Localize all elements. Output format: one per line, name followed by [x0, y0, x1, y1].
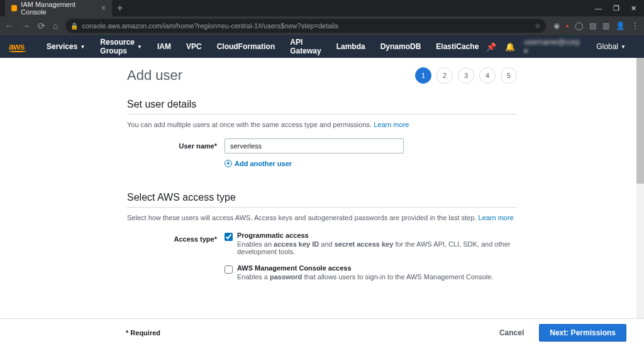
nav-vpc[interactable]: VPC	[179, 42, 209, 51]
step-4[interactable]: 4	[479, 67, 496, 84]
console-access-checkbox[interactable]	[225, 265, 233, 274]
username-input[interactable]	[225, 138, 404, 153]
step-1[interactable]: 1	[415, 67, 431, 84]
wizard-steps: 1 2 3 4 5	[415, 67, 517, 84]
window-close-icon[interactable]: ✕	[631, 4, 636, 13]
bell-icon[interactable]: 🔔	[505, 42, 515, 52]
plus-circle-icon: +	[225, 160, 232, 167]
url-text: console.aws.amazon.com/iam/home?region=e…	[82, 22, 338, 30]
pin-icon[interactable]: 📌	[486, 42, 496, 52]
section-user-details-title: Set user details	[127, 99, 517, 110]
divider	[127, 114, 517, 114]
next-permissions-button[interactable]: Next: Permissions	[539, 324, 626, 342]
tab-favicon	[11, 5, 17, 11]
programmatic-access-desc: Enables an access key ID and secret acce…	[237, 240, 510, 255]
chevron-down-icon: ▼	[80, 44, 85, 50]
step-2[interactable]: 2	[436, 67, 453, 84]
access-type-label: Access type*	[127, 232, 225, 289]
browser-toolbar: ← → ⟳ ⌂ 🔒 console.aws.amazon.com/iam/hom…	[0, 16, 644, 35]
nav-apigateway[interactable]: API Gateway	[282, 38, 328, 55]
tab-close-icon[interactable]: ×	[101, 4, 106, 13]
account-menu[interactable]: username@corp ▾	[524, 38, 580, 55]
learn-more-link[interactable]: Learn more	[478, 214, 513, 221]
reload-icon[interactable]: ⟳	[38, 21, 45, 31]
console-access-title: AWS Management Console access	[237, 264, 517, 272]
menu-icon[interactable]: ⋮	[631, 21, 639, 30]
divider	[127, 207, 517, 208]
action-bar: * Required Cancel Next: Permissions	[0, 318, 644, 346]
home-icon[interactable]: ⌂	[53, 21, 58, 31]
browser-tab[interactable]: IAM Management Console ×	[5, 0, 112, 19]
aws-header: aws Services▼ Resource Groups▼ IAM VPC C…	[0, 35, 644, 58]
browser-tab-strip: IAM Management Console × + — ❐ ✕	[0, 0, 644, 16]
step-3[interactable]: 3	[458, 67, 474, 84]
section-access-title: Select AWS access type	[127, 192, 517, 203]
region-menu[interactable]: Global▼	[589, 42, 633, 51]
nav-elasticache[interactable]: ElastiCache	[428, 42, 486, 51]
nav-cloudformation[interactable]: CloudFormation	[209, 42, 283, 51]
window-minimize-icon[interactable]: —	[595, 4, 602, 13]
extension-icon[interactable]: ◉	[553, 21, 560, 30]
extension-icon[interactable]: ◯	[575, 21, 583, 30]
cancel-button[interactable]: Cancel	[491, 325, 533, 341]
lock-icon: 🔒	[70, 23, 78, 30]
add-another-user-link[interactable]: + Add another user	[225, 160, 292, 167]
programmatic-access-checkbox[interactable]	[225, 233, 233, 241]
extension-icon[interactable]: ▥	[602, 21, 609, 30]
step-5[interactable]: 5	[501, 67, 517, 84]
section-access-help: Select how these users will access AWS. …	[127, 214, 517, 221]
nav-iam[interactable]: IAM	[150, 42, 179, 51]
chevron-down-icon: ▼	[621, 44, 626, 50]
console-access-desc: Enables a password that allows users to …	[237, 273, 493, 281]
nav-lambda[interactable]: Lambda	[329, 42, 373, 51]
chevron-down-icon: ▼	[137, 44, 142, 50]
extension-icons: ◉ ▪ ◯ ▤ ▥ 👤 ⋮	[553, 21, 639, 30]
learn-more-link[interactable]: Learn more	[374, 121, 409, 128]
forward-icon[interactable]: →	[21, 21, 30, 31]
username-label: User name*	[127, 138, 225, 168]
profile-icon[interactable]: 👤	[616, 21, 625, 30]
section-user-details-help: You can add multiple users at once with …	[127, 121, 517, 128]
nav-resource-groups[interactable]: Resource Groups▼	[92, 38, 150, 55]
nav-services[interactable]: Services▼	[39, 42, 92, 51]
page-title: Add user	[127, 67, 182, 84]
url-bar[interactable]: 🔒 console.aws.amazon.com/iam/home?region…	[65, 19, 545, 33]
new-tab-button[interactable]: +	[117, 3, 123, 14]
main-content: Add user 1 2 3 4 5 Set user details You …	[0, 58, 644, 318]
nav-dynamodb[interactable]: DynamoDB	[373, 42, 429, 51]
aws-logo[interactable]: aws	[9, 42, 26, 52]
programmatic-access-title: Programmatic access	[237, 232, 517, 239]
extension-icon[interactable]: ▤	[589, 21, 596, 30]
required-note: * Required	[126, 329, 160, 337]
bookmark-star-icon[interactable]: ☆	[535, 22, 541, 30]
back-icon[interactable]: ←	[5, 21, 14, 31]
window-maximize-icon[interactable]: ❐	[613, 4, 619, 13]
extension-icon[interactable]: ▪	[566, 21, 569, 30]
scrollbar[interactable]	[636, 58, 644, 318]
window-controls: — ❐ ✕	[595, 4, 644, 13]
tab-title: IAM Management Console	[21, 1, 97, 16]
